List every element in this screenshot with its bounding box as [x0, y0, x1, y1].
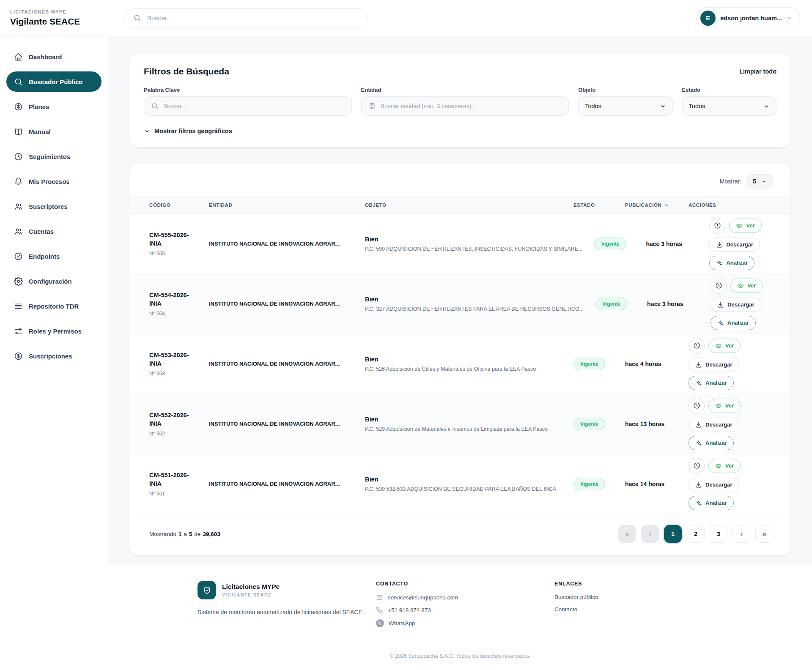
results-summary: Mostrando 1 a 5 de 39,603 [149, 531, 220, 537]
history-button[interactable] [709, 218, 725, 234]
sidebar-item-label: Suscriptores [29, 203, 68, 210]
objeto-desc: P.C. 529 Adquisición de Materiales e Ins… [365, 426, 573, 432]
ver-button[interactable]: Ver [708, 339, 741, 353]
history-button[interactable] [689, 458, 705, 474]
cell-estado: Vigente [595, 298, 647, 310]
filters-title: Filtros de Búsqueda [144, 66, 229, 77]
process-code: CM-554-2026-INIA [149, 291, 209, 308]
history-button[interactable] [710, 278, 727, 294]
phone-icon [376, 607, 383, 614]
sidebar-item-suscriptores[interactable]: Suscriptores [6, 196, 102, 216]
sidebar-item-buscador-publico[interactable]: Buscador Público [6, 71, 102, 92]
ver-button[interactable]: Ver [729, 219, 761, 233]
sidebar-item-repositorio-tdr[interactable]: Repositorio TDR [6, 296, 102, 316]
analizar-button[interactable]: Analizar [689, 436, 734, 450]
footer-link-buscador-publico[interactable]: Buscador público [554, 594, 723, 600]
entity-label: Entidad [361, 87, 569, 93]
object-select[interactable]: Todos [578, 96, 672, 116]
chevron-down-icon [761, 179, 767, 184]
objeto-tipo: Bien [365, 416, 573, 423]
analizar-button[interactable]: Analizar [689, 496, 734, 510]
objeto-desc: P.C. 327 ADQUISICIÓN DE FERTILIZANTES PA… [365, 306, 595, 312]
sidebar-item-label: Configuración [29, 278, 72, 285]
sidebar-item-cuentas[interactable]: Cuentas [6, 221, 102, 241]
history-button[interactable] [689, 398, 705, 414]
sparkle-icon [695, 440, 702, 446]
page-button-2[interactable]: 2 [687, 525, 705, 543]
objeto-tipo: Bien [365, 476, 573, 483]
objeto-tipo: Bien [365, 356, 573, 363]
cell-codigo: CM-554-2026-INIA N° 554 [149, 291, 209, 317]
col-acciones: ACCIONES [689, 202, 773, 208]
global-search-input[interactable] [147, 14, 359, 22]
sidebar-item-mis-procesos[interactable]: Mis Procesos [6, 171, 102, 191]
sidebar-item-seguimientos[interactable]: Seguimientos [6, 146, 102, 167]
descargar-button[interactable]: Descargar [710, 298, 761, 312]
footer-brand-name: Licitaciones MYPe [222, 583, 280, 591]
sidebar-item-planes[interactable]: Planes [6, 96, 102, 117]
download-icon [717, 301, 724, 308]
process-code: CM-551-2026-INIA [149, 471, 209, 488]
history-button[interactable] [689, 338, 705, 354]
descargar-button[interactable]: Descargar [689, 418, 739, 432]
contact-whatsapp[interactable]: WhatsApp [376, 619, 554, 627]
sidebar-item-label: Repositorio TDR [29, 303, 79, 310]
contact-phone[interactable]: +51 918 874 873 [376, 607, 554, 614]
chevron-down-icon [763, 103, 770, 109]
geo-filters-toggle[interactable]: Mostrar filtros geográficos [144, 128, 776, 134]
results-card: Mostrar: 5 CÓDIGO ENTIDAD OBJETO ESTADO … [130, 164, 790, 555]
ver-button[interactable]: Ver [730, 279, 763, 293]
footer-link-contacto[interactable]: Contacto [554, 606, 723, 613]
next-page-button[interactable]: › [732, 525, 750, 543]
cell-entidad: INSTITUTO NACIONAL DE INNOVACION AGRAR..… [209, 241, 365, 247]
analizar-button[interactable]: Analizar [689, 376, 734, 390]
page-size-label: Mostrar: [720, 178, 741, 185]
objeto-desc: P.C. 590 ADQUISICIÓN DE FERTILIZANTES, I… [365, 246, 594, 252]
chevron-down-icon [144, 128, 150, 134]
prev-page-button[interactable]: ‹ [641, 525, 659, 543]
table-row: CM-554-2026-INIA N° 554 INSTITUTO NACION… [130, 274, 790, 334]
eye-icon [715, 462, 722, 469]
first-page-button[interactable]: « [618, 525, 636, 543]
table-row: CM-555-2026-INIA N° 555 INSTITUTO NACION… [130, 214, 790, 274]
last-page-button[interactable]: » [755, 525, 773, 543]
eye-icon [737, 282, 744, 289]
col-publicacion-sort[interactable]: PUBLICACIÓN [625, 202, 689, 208]
eye-icon [715, 342, 722, 349]
status-badge: Vigente [573, 418, 605, 430]
descargar-button[interactable]: Descargar [689, 478, 739, 492]
sidebar-item-suscripciones[interactable]: Suscripciones [6, 346, 102, 366]
clock-icon [714, 222, 721, 229]
sparkle-icon [695, 380, 702, 386]
descargar-button[interactable]: Descargar [689, 358, 739, 372]
status-badge: Vigente [595, 298, 627, 310]
cell-estado: Vigente [573, 418, 625, 430]
sidebar-item-dashboard[interactable]: Dashboard [6, 46, 102, 67]
contact-mail[interactable]: services@sunqupacha.com [376, 594, 554, 601]
ver-button[interactable]: Ver [708, 459, 741, 473]
cell-publicacion: hace 3 horas [647, 301, 710, 307]
page-size-select[interactable]: 5 [746, 174, 773, 189]
contact-heading: CONTACTO [376, 581, 554, 587]
page-button-1[interactable]: 1 [664, 525, 682, 543]
sparkle-icon [695, 500, 702, 506]
analizar-button[interactable]: Analizar [709, 256, 754, 270]
cell-acciones: Ver Descargar Analizar [689, 458, 773, 510]
state-select[interactable]: Todos [682, 96, 776, 116]
footer-description: Sistema de monitoreo automatizado de lic… [198, 609, 376, 615]
sidebar-item-roles-y-permisos[interactable]: Roles y Permisos [6, 321, 102, 341]
sidebar-item-configuracion[interactable]: Configuración [6, 271, 102, 291]
ver-button[interactable]: Ver [708, 399, 741, 413]
sort-chevron-icon [664, 202, 669, 208]
filter-state: Estado Todos [682, 87, 776, 116]
analizar-button[interactable]: Analizar [710, 316, 756, 330]
sidebar-item-manual[interactable]: Manual [6, 121, 102, 142]
entity-input[interactable] [381, 103, 562, 109]
clear-all-button[interactable]: Limpiar todo [739, 68, 776, 75]
user-menu[interactable]: E edson jordan huam... [696, 7, 800, 29]
process-code: CM-552-2026-INIA [149, 411, 209, 428]
sidebar-item-endpoints[interactable]: Endpoints [6, 246, 102, 266]
descargar-button[interactable]: Descargar [709, 238, 760, 252]
keyword-input[interactable] [163, 103, 345, 109]
page-button-3[interactable]: 3 [710, 525, 727, 543]
